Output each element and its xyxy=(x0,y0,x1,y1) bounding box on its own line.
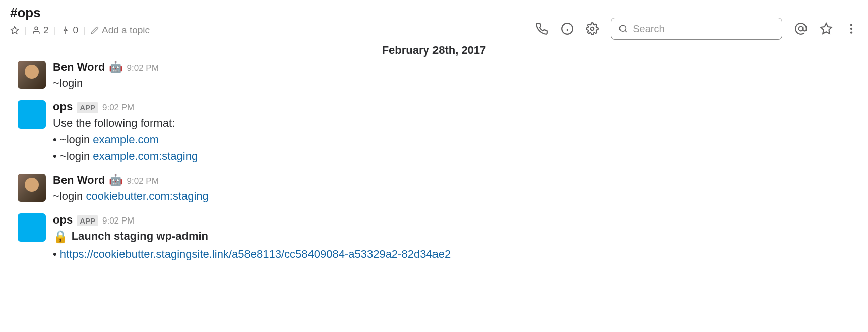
message-text: ~login xyxy=(53,190,86,202)
svg-point-6 xyxy=(619,25,626,31)
svg-point-11 xyxy=(850,28,852,30)
message-line: Use the following format: xyxy=(53,115,858,131)
star-icon xyxy=(10,26,19,35)
add-topic-label: Add a topic xyxy=(102,25,150,36)
svg-marker-0 xyxy=(11,27,19,34)
author-name[interactable]: Ben Word xyxy=(53,61,105,74)
app-badge: APP xyxy=(77,102,98,113)
timestamp[interactable]: 9:02 PM xyxy=(127,63,158,73)
timestamp[interactable]: 9:02 PM xyxy=(102,216,134,226)
info-button[interactable] xyxy=(561,22,574,35)
svg-marker-9 xyxy=(821,23,832,34)
message: Ben Word🤖9:02 PM~login xyxy=(18,61,858,91)
message-body: opsAPP9:02 PMUse the following format:~l… xyxy=(53,100,858,164)
gear-icon xyxy=(586,22,599,35)
message-line: 🔒 Launch staging wp-admin xyxy=(53,228,858,246)
person-icon xyxy=(32,26,41,35)
svg-point-12 xyxy=(850,31,852,33)
member-count-value: 2 xyxy=(43,25,49,36)
search-icon xyxy=(618,24,628,34)
avatar[interactable] xyxy=(18,61,46,89)
message-line: ~login example.com:staging xyxy=(53,148,858,164)
header-left: #ops | 2 | 0 | xyxy=(10,5,535,36)
robot-icon: 🤖 xyxy=(109,174,122,187)
message-line: ~login cookiebutter.com:staging xyxy=(53,188,858,204)
author-name[interactable]: ops xyxy=(53,100,73,114)
link[interactable]: example.com:staging xyxy=(93,150,198,162)
header-right xyxy=(535,5,858,40)
message-header: Ben Word🤖9:02 PM xyxy=(53,61,858,74)
divider: | xyxy=(24,25,27,36)
channel-name[interactable]: #ops xyxy=(10,5,535,21)
message-text: Use the following format: xyxy=(53,117,175,129)
app-badge: APP xyxy=(77,215,98,226)
starred-button[interactable] xyxy=(820,22,833,35)
message-header: Ben Word🤖9:02 PM xyxy=(53,174,858,187)
star-icon xyxy=(820,22,833,35)
date-divider: February 28th, 2017 xyxy=(372,44,497,57)
divider: | xyxy=(83,25,86,36)
search-input[interactable] xyxy=(633,23,775,35)
message-line: ~login xyxy=(53,75,858,91)
pencil-icon xyxy=(91,26,99,34)
avatar[interactable] xyxy=(18,174,46,202)
settings-button[interactable] xyxy=(586,22,599,35)
channel-meta: | 2 | 0 | Add a topic xyxy=(10,25,535,36)
pin-count-value: 0 xyxy=(73,25,78,36)
more-button[interactable] xyxy=(845,22,858,35)
message-header: opsAPP9:02 PM xyxy=(53,100,858,114)
robot-icon: 🤖 xyxy=(109,61,122,74)
message: opsAPP9:02 PMUse the following format:~l… xyxy=(18,100,858,164)
message-text: ~login xyxy=(60,133,93,146)
author-name[interactable]: Ben Word xyxy=(53,174,105,187)
svg-point-1 xyxy=(35,27,38,30)
avatar[interactable] xyxy=(18,100,46,129)
info-icon xyxy=(561,22,574,35)
star-channel-button[interactable] xyxy=(10,26,19,35)
more-vertical-icon xyxy=(845,22,858,35)
messages-container: Ben Word🤖9:02 PM~loginopsAPP9:02 PMUse t… xyxy=(0,50,868,282)
pin-count[interactable]: 0 xyxy=(61,25,78,36)
message-text: ~login xyxy=(60,150,93,162)
message-body: Ben Word🤖9:02 PM~login cookiebutter.com:… xyxy=(53,174,858,204)
message-text: Launch staging wp-admin xyxy=(72,230,208,242)
phone-icon xyxy=(535,22,548,35)
svg-line-7 xyxy=(625,31,627,32)
pin-icon xyxy=(61,26,70,35)
member-count[interactable]: 2 xyxy=(32,25,49,36)
link[interactable]: https://cookiebutter.stagingsite.link/a5… xyxy=(60,248,451,260)
svg-point-10 xyxy=(850,24,852,26)
link[interactable]: example.com xyxy=(93,133,159,146)
timestamp[interactable]: 9:02 PM xyxy=(102,103,134,113)
mentions-button[interactable] xyxy=(794,22,808,35)
svg-point-8 xyxy=(799,27,803,31)
message: Ben Word🤖9:02 PM~login cookiebutter.com:… xyxy=(18,174,858,204)
message-body: Ben Word🤖9:02 PM~login xyxy=(53,61,858,91)
add-topic-button[interactable]: Add a topic xyxy=(91,25,150,36)
link[interactable]: cookiebutter.com:staging xyxy=(86,190,208,202)
lock-icon: 🔒 xyxy=(53,230,72,243)
message-line: https://cookiebutter.stagingsite.link/a5… xyxy=(53,246,858,262)
channel-header: #ops | 2 | 0 | xyxy=(0,0,868,50)
search-box[interactable] xyxy=(611,18,782,40)
at-icon xyxy=(794,22,808,35)
author-name[interactable]: ops xyxy=(53,213,73,227)
message-line: ~login example.com xyxy=(53,131,858,148)
message-body: opsAPP9:02 PM🔒 Launch staging wp-adminht… xyxy=(53,213,858,262)
message-text: ~login xyxy=(53,77,83,89)
svg-point-5 xyxy=(591,27,594,31)
avatar[interactable] xyxy=(18,213,46,242)
timestamp[interactable]: 9:02 PM xyxy=(127,176,158,186)
call-button[interactable] xyxy=(535,22,548,35)
message-header: opsAPP9:02 PM xyxy=(53,213,858,227)
divider: | xyxy=(54,25,56,36)
message: opsAPP9:02 PM🔒 Launch staging wp-adminht… xyxy=(18,213,858,262)
